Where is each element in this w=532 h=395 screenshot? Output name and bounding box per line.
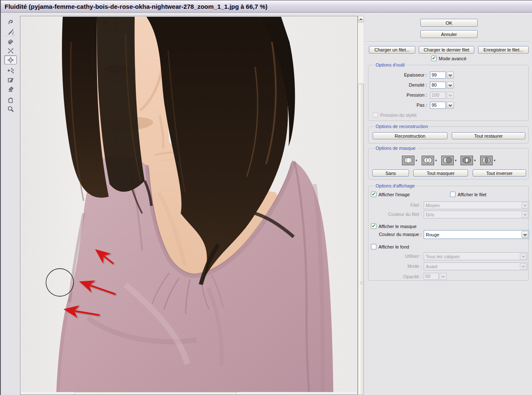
twirl-clockwise-tool[interactable] [4,37,17,46]
brush-density-field[interactable]: 80 [430,82,446,89]
chevron-down-icon [448,104,452,107]
dialog-titlebar[interactable]: Fluidité (pyjama-femme-cathy-bois-de-ros… [1,0,532,13]
mask-color-label: Couleur du masque : [368,232,422,237]
venn-invert-icon [482,157,491,164]
freeze-mask-tool[interactable] [4,75,17,84]
mask-options-title: Options de masque [374,146,417,151]
mask-subtract-button[interactable]: ▾ [441,155,458,165]
reconstruct-tool[interactable] [4,27,17,36]
mask-invert-all-button[interactable]: Tout inverser [473,169,526,177]
chevron-up-icon [359,18,363,21]
stylus-pressure-checkbox [373,112,378,118]
reconstruction-options-title: Options de reconstruction [374,124,430,129]
load-last-mesh-button[interactable]: Charger le dernier filet [419,46,474,54]
brush-rate-field[interactable]: 95 [430,102,446,109]
restore-all-button[interactable]: Tout restaurer [452,132,525,139]
thaw-mask-tool[interactable] [4,84,17,93]
liquify-toolbar [1,13,20,395]
hand-icon [7,96,15,103]
venn-intersect-icon [462,157,471,164]
brush-size-field[interactable]: 99 [430,72,446,79]
thaw-mask-icon [7,85,15,92]
image-preview-canvas[interactable] [20,16,358,395]
venn-add-icon [423,157,432,164]
brush-size-dropdown[interactable] [447,72,454,79]
stylus-pressure-label: Pression du stylet [380,113,417,118]
show-image-checkbox[interactable] [371,192,376,197]
show-mesh-label: Afficher le filet [458,192,486,197]
bloat-tool[interactable] [4,55,17,64]
reconstruct-button[interactable]: Reconstruction [373,132,448,139]
mask-add-button[interactable]: ▾ [422,155,438,165]
magnifier-icon [7,105,15,113]
scroll-up-button[interactable] [358,16,364,23]
mask-invert-button[interactable]: ▾ [480,155,497,165]
mask-add-dropdown-arrow: ▾ [434,159,438,162]
mesh-color-combo: Gris [424,210,529,218]
chevron-down-icon [520,253,527,259]
show-mask-label: Afficher le masque [379,224,417,229]
reconstruct-brush-icon [7,28,15,35]
mode-combo: Avant [424,262,527,270]
show-mesh-checkbox[interactable] [450,192,455,197]
brush-density-dropdown[interactable] [447,82,454,89]
mask-invert-dropdown-arrow: ▾ [493,159,496,162]
mask-none-button[interactable]: Sans [372,169,409,177]
mask-options-group: Options de masque ▾ ▾ ▾ ▾ ▾ Sans [368,148,529,180]
chevron-down-icon [522,202,528,208]
use-combo: Tous les calques [424,252,527,260]
pucker-icon [7,47,15,54]
chevron-down-icon [441,275,445,278]
chevron-down-icon [448,84,452,87]
mask-color-combo[interactable]: Rouge [424,230,529,239]
brush-pressure-label: Pression : [368,92,427,97]
scrollbar-grip [360,281,363,284]
opacity-field: 50 [424,273,439,280]
show-image-label: Afficher l'image [379,192,410,197]
horizontal-scrollbar-thumb[interactable] [74,392,237,395]
forward-warp-tool[interactable] [4,17,17,26]
bloat-icon [7,56,15,64]
brush-pressure-dropdown [447,92,454,99]
toolbar-separator [3,36,17,37]
ok-button[interactable]: OK [420,19,478,27]
advanced-mode-checkbox[interactable] [431,56,437,61]
cancel-button[interactable]: Annuler [420,30,478,38]
zoom-tool[interactable] [4,104,17,113]
venn-replace-icon [404,157,413,164]
chevron-down-icon [448,74,452,77]
brush-pressure-field: 100 [430,92,446,99]
brush-rate-dropdown[interactable] [447,102,454,109]
show-mask-checkbox[interactable] [371,223,376,229]
hand-tool[interactable] [4,95,17,104]
horizontal-scrollbar[interactable] [21,392,357,395]
vertical-scrollbar[interactable] [358,16,363,395]
brush-density-label: Densité : [368,82,427,87]
chevron-down-icon [448,94,452,97]
chevron-down-icon [522,211,528,218]
mask-replace-button[interactable]: ▾ [402,155,419,165]
show-backdrop-checkbox[interactable] [371,244,376,249]
mesh-color-label: Couleur du filet : [368,212,422,217]
chevron-down-icon [522,231,528,238]
mesh-size-label: Filet : [368,203,422,208]
forward-warp-icon [7,18,15,25]
save-mesh-button[interactable]: Enregistrer le filet... [478,46,529,54]
push-left-tool[interactable] [4,66,17,75]
tool-options-title: Options d'outil [374,62,406,67]
vertical-scrollbar-thumb[interactable] [358,84,364,395]
pucker-tool[interactable] [4,46,17,55]
opacity-dropdown [440,273,447,280]
mode-label: Mode : [368,264,422,269]
venn-subtract-icon [443,157,452,164]
view-options-title: Options d'affichage [374,183,417,188]
mask-intersect-button[interactable]: ▾ [460,155,477,165]
separator [365,41,531,42]
chevron-down-icon [520,263,527,269]
dialog-title: Fluidité (pyjama-femme-cathy-bois-de-ros… [5,3,268,10]
load-mesh-button[interactable]: Charger un filet... [369,46,415,54]
options-panel: OK Annuler Charger un filet... Charger l… [363,13,532,395]
mask-replace-dropdown-arrow: ▾ [414,159,418,162]
push-left-icon [7,67,15,74]
mask-all-button[interactable]: Tout masquer [413,169,468,177]
